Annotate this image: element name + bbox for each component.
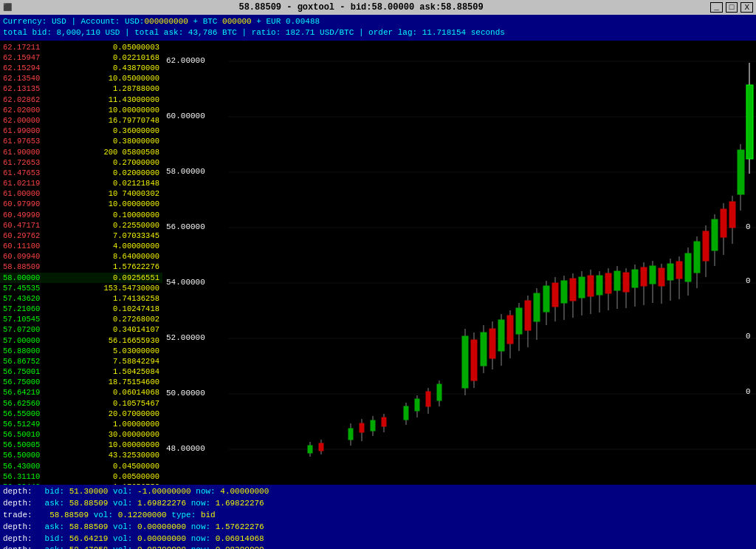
svg-rect-82: [641, 267, 647, 286]
ob-mid-row: 58.00000 0.09256551: [0, 273, 162, 283]
svg-rect-86: [659, 268, 664, 286]
svg-rect-44: [471, 340, 477, 381]
ob-ask-row: 61.976530.38000000: [0, 136, 162, 146]
title-icon: ⬛: [3, 3, 12, 12]
ob-bid-row: 56.625600.10575467: [0, 398, 162, 409]
svg-text:0: 0: [746, 332, 751, 341]
depth-row-2: depth: ask: 58.88509 vol: 1.69822276 now…: [3, 498, 753, 510]
svg-rect-46: [481, 333, 487, 366]
ob-ask-row: 61.90000200 05800508: [0, 147, 162, 157]
svg-rect-52: [507, 316, 513, 344]
svg-text:58.00000: 58.00000: [166, 167, 205, 176]
svg-rect-32: [382, 417, 386, 426]
svg-rect-56: [525, 301, 531, 330]
svg-rect-88: [667, 264, 673, 280]
ob-ask-row: 62.1354010.05000000: [0, 73, 162, 83]
ob-bid-row: 57.436201.74136258: [0, 293, 162, 304]
svg-rect-78: [623, 273, 629, 292]
svg-rect-102: [729, 202, 735, 228]
ob-ask-row: 61.021190.02121848: [0, 178, 162, 188]
svg-rect-26: [348, 429, 353, 440]
main-area: 62.172110.05000003 62.159470.02210168 62…: [0, 41, 756, 485]
svg-rect-106: [746, 85, 753, 159]
ob-ask-row: 60.499900.10000000: [0, 210, 162, 220]
svg-rect-72: [597, 276, 602, 295]
trade-row-1: trade: 58.88509 vol: 0.12200000 type: bi…: [3, 510, 753, 522]
close-button[interactable]: X: [740, 2, 753, 13]
ob-bid-row: 56.430000.04500000: [0, 461, 162, 471]
ob-ask-row: 60.111004.00000000: [0, 241, 162, 251]
ob-bid-row: 56.5001030.00000000: [0, 429, 162, 440]
window-controls[interactable]: _ □ X: [710, 2, 753, 13]
svg-rect-64: [561, 281, 567, 303]
svg-rect-30: [371, 420, 375, 431]
depth-row-5: depth: ask: 58.47958 vol: 0.08200000 now…: [3, 545, 753, 549]
header-line2: total bid: 8,000,110 USD | total ask: 43…: [3, 27, 753, 38]
svg-rect-104: [738, 150, 744, 194]
svg-rect-34: [404, 406, 408, 420]
svg-text:0: 0: [746, 222, 751, 231]
header-bar: Currency: USD | Account: USD:000000000 +…: [0, 15, 756, 41]
ob-bid-row: 56.512491.00000000: [0, 419, 162, 429]
ob-bid-row: 56.7500018.75154600: [0, 377, 162, 387]
svg-text:0: 0: [746, 387, 751, 396]
svg-text:48.00000: 48.00000: [166, 444, 205, 453]
svg-text:0: 0: [746, 276, 751, 285]
ob-bid-row: 56.880005.03000000: [0, 346, 162, 356]
depth-row-4: depth: bid: 56.64219 vol: 0.00000000 now…: [3, 533, 753, 545]
svg-text:54.00000: 54.00000: [166, 278, 205, 287]
svg-rect-22: [308, 446, 312, 453]
svg-rect-42: [462, 336, 468, 388]
svg-rect-94: [694, 242, 700, 273]
ob-ask-row: 62.159470.02210168: [0, 52, 162, 63]
svg-rect-38: [426, 392, 430, 406]
svg-rect-68: [579, 277, 585, 298]
svg-rect-40: [437, 384, 441, 400]
ob-ask-row: 62.0200010.00000000: [0, 105, 162, 115]
ob-bid-row: 56.642190.06014068: [0, 387, 162, 398]
svg-rect-58: [534, 293, 540, 321]
svg-rect-80: [632, 270, 638, 287]
ob-bid-row: 56.304481.17656752: [0, 482, 162, 485]
ob-bid-row: 57.105450.27268002: [0, 314, 162, 324]
depth-panel: depth: bid: 51.30000 vol: -1.00000000 no…: [0, 485, 756, 549]
ob-ask-row: 62.131351.28788000: [0, 83, 162, 94]
svg-rect-96: [703, 231, 709, 261]
ob-bid-row: 56.311100.00500000: [0, 471, 162, 482]
minimize-button[interactable]: _: [710, 2, 723, 13]
svg-rect-36: [415, 399, 419, 411]
ob-bid-row: 56.867527.58842294: [0, 356, 162, 366]
ob-bid-row: 56.5000043.32530000: [0, 450, 162, 460]
svg-rect-50: [498, 320, 504, 351]
svg-rect-54: [516, 308, 522, 334]
svg-rect-98: [712, 219, 718, 250]
ob-bid-row: 57.072000.34014107: [0, 324, 162, 335]
ob-bid-row: 56.750011.50425084: [0, 366, 162, 377]
svg-text:60.00000: 60.00000: [166, 112, 205, 120]
svg-rect-60: [543, 286, 549, 312]
ob-ask-row: 62.172110.05000003: [0, 42, 162, 52]
price-chart: 62.00000 60.00000 58.00000 56.00000 54.0…: [162, 41, 756, 485]
ob-ask-row: 62.0000016.79770748: [0, 115, 162, 126]
ob-ask-row: 62.0286211.43000000: [0, 95, 162, 105]
svg-rect-76: [614, 271, 620, 290]
svg-text:56.00000: 56.00000: [166, 222, 205, 231]
ob-bid-row: 57.210600.10247418: [0, 304, 162, 314]
chart-area: 62.00000 60.00000 58.00000 56.00000 54.0…: [162, 41, 756, 485]
ob-ask-row: 60.9799010.00000000: [0, 199, 162, 209]
maximize-button[interactable]: □: [726, 2, 738, 13]
ob-ask-row: 58.885091.57622276: [0, 262, 162, 272]
ob-ask-row: 62.152940.43870000: [0, 63, 162, 73]
ob-bid-row: 56.5500020.07000000: [0, 409, 162, 419]
header-line1: Currency: USD | Account: USD:000000000 +…: [3, 16, 753, 27]
ob-bid-row: 56.5000510.00000000: [0, 440, 162, 450]
svg-rect-28: [360, 423, 364, 432]
svg-rect-24: [319, 443, 323, 451]
svg-rect-70: [588, 276, 594, 296]
ob-ask-row: 60.297627.07033345: [0, 231, 162, 241]
svg-rect-100: [721, 209, 726, 237]
ob-ask-row: 61.476530.02000000: [0, 168, 162, 178]
svg-rect-92: [685, 253, 691, 282]
svg-rect-84: [650, 266, 656, 284]
depth-row-1: depth: bid: 51.30000 vol: -1.00000000 no…: [3, 486, 753, 498]
